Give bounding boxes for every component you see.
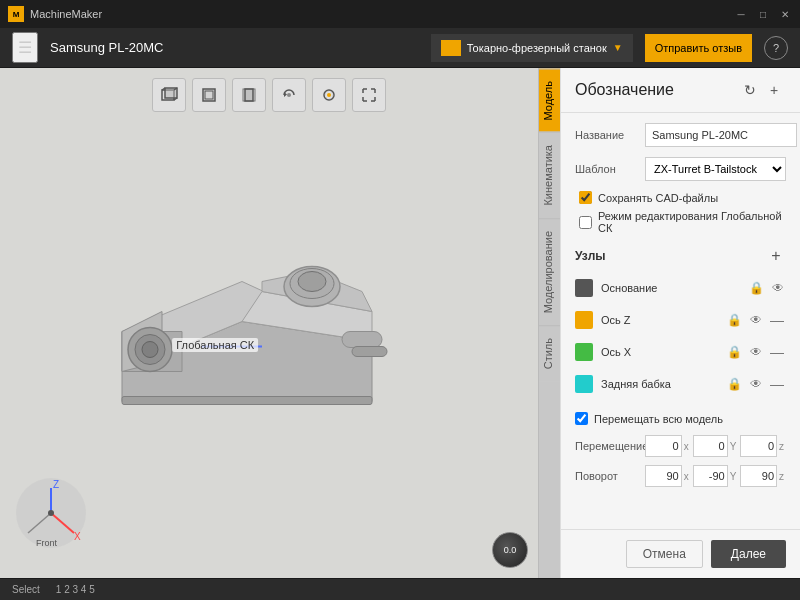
- panel-refresh-button[interactable]: ↻: [738, 78, 762, 102]
- svg-rect-37: [122, 397, 372, 405]
- rotate-x-field: x: [645, 465, 691, 487]
- orientation-value: 0.0: [504, 545, 517, 555]
- panel-body: Название Шаблон ZX-Turret B-Tailstock Со…: [561, 113, 800, 529]
- svg-point-10: [287, 93, 291, 97]
- template-select[interactable]: ZX-Turret B-Tailstock: [645, 157, 786, 181]
- tab-model[interactable]: Модель: [539, 68, 560, 132]
- orientation-sphere[interactable]: 0.0: [492, 532, 528, 568]
- node-lock-osz[interactable]: 🔒: [725, 311, 744, 329]
- rotate-y-input[interactable]: [693, 465, 728, 487]
- perspective-view-button[interactable]: [152, 78, 186, 112]
- panel-add-button[interactable]: +: [762, 78, 786, 102]
- status-coords: 1 2 3 4 5: [56, 584, 95, 595]
- node-color-osnovaniye: [575, 279, 593, 297]
- svg-rect-36: [352, 347, 387, 357]
- tab-modeling[interactable]: Моделирование: [539, 218, 560, 325]
- rotate-y-field: Y: [693, 465, 739, 487]
- name-input[interactable]: [645, 123, 797, 147]
- edit-global-checkbox[interactable]: [579, 216, 592, 229]
- name-field-row: Название: [575, 123, 786, 147]
- node-remove-osx[interactable]: —: [768, 344, 786, 360]
- node-lock-osx[interactable]: 🔒: [725, 343, 744, 361]
- rotate-z-input[interactable]: [740, 465, 777, 487]
- node-row-osz: Ось Z 🔒 👁 —: [575, 306, 786, 334]
- move-x-axis: x: [682, 441, 691, 452]
- move-model-row: Перемещать всю модель: [575, 412, 786, 425]
- tab-style[interactable]: Стиль: [539, 325, 560, 381]
- move-label: Перемещение: [575, 440, 645, 452]
- nodes-add-button[interactable]: +: [766, 246, 786, 266]
- edit-global-label: Режим редактирования Глобальной СК: [598, 210, 786, 234]
- window-controls: ─ □ ✕: [734, 7, 792, 21]
- node-lock-tailstock[interactable]: 🔒: [725, 375, 744, 393]
- main-toolbar: ☰ Samsung PL-20MC Токарно-фрезерный стан…: [0, 28, 800, 68]
- machine-type-label: Токарно-фрезерный станок: [467, 42, 607, 54]
- minimize-button[interactable]: ─: [734, 7, 748, 21]
- close-button[interactable]: ✕: [778, 7, 792, 21]
- cancel-button[interactable]: Отмена: [626, 540, 703, 568]
- save-cad-label: Сохранять CAD-файлы: [598, 192, 718, 204]
- move-model-checkbox[interactable]: [575, 412, 588, 425]
- panel-title: Обозначение: [575, 81, 738, 99]
- machine-model: [82, 192, 402, 455]
- machine-type-dropdown-arrow: ▼: [613, 42, 623, 53]
- move-x-input[interactable]: [645, 435, 682, 457]
- front-view-button[interactable]: [192, 78, 226, 112]
- node-color-osx: [575, 343, 593, 361]
- node-eye-tailstock[interactable]: 👁: [748, 375, 764, 393]
- svg-rect-8: [245, 89, 253, 101]
- move-x-field: x: [645, 435, 691, 457]
- node-eye-osz[interactable]: 👁: [748, 311, 764, 329]
- next-button[interactable]: Далее: [711, 540, 786, 568]
- feedback-button[interactable]: Отправить отзыв: [645, 34, 752, 62]
- node-row-osnovaniye: Основание 🔒 👁: [575, 274, 786, 302]
- expand-view-button[interactable]: [352, 78, 386, 112]
- rotate-label: Поворот: [575, 470, 645, 482]
- svg-text:Z: Z: [53, 479, 59, 490]
- menu-button[interactable]: ☰: [12, 32, 38, 63]
- node-row-osx: Ось X 🔒 👁 —: [575, 338, 786, 366]
- rotate-transform-row: Поворот x Y z: [575, 465, 786, 487]
- dot-view-button[interactable]: [312, 78, 346, 112]
- view-toolbar: [152, 78, 386, 112]
- node-name-osz: Ось Z: [601, 314, 725, 326]
- node-name-tailstock: Задняя бабка: [601, 378, 725, 390]
- rotate-x-input[interactable]: [645, 465, 682, 487]
- titlebar: M MachineMaker ─ □ ✕: [0, 0, 800, 28]
- nodes-title: Узлы: [575, 249, 766, 263]
- svg-point-29: [142, 342, 158, 358]
- node-remove-osz[interactable]: —: [768, 312, 786, 328]
- global-ck-label: Глобальная СК: [172, 338, 258, 352]
- node-color-osz: [575, 311, 593, 329]
- save-cad-checkbox[interactable]: [579, 191, 592, 204]
- move-xyz-inputs: x Y z: [645, 435, 786, 457]
- axis-indicator: Z X Front: [16, 478, 86, 548]
- node-icons-tailstock: 🔒 👁 —: [725, 375, 786, 393]
- rotate-view-button[interactable]: [272, 78, 306, 112]
- move-z-input[interactable]: [740, 435, 777, 457]
- move-z-field: z: [740, 435, 786, 457]
- move-y-axis: Y: [728, 441, 739, 452]
- side-view-button[interactable]: [232, 78, 266, 112]
- edit-global-row: Режим редактирования Глобальной СК: [575, 210, 786, 234]
- node-eye-osnovaniye[interactable]: 👁: [770, 279, 786, 297]
- rotate-x-axis: x: [682, 471, 691, 482]
- maximize-button[interactable]: □: [756, 7, 770, 21]
- node-icons-osx: 🔒 👁 —: [725, 343, 786, 361]
- help-button[interactable]: ?: [764, 36, 788, 60]
- node-eye-osx[interactable]: 👁: [748, 343, 764, 361]
- machine-type-icon: [441, 40, 461, 56]
- svg-point-33: [298, 272, 326, 292]
- panel-footer: Отмена Далее: [561, 529, 800, 578]
- node-remove-tailstock[interactable]: —: [768, 376, 786, 392]
- move-model-label: Перемещать всю модель: [594, 413, 723, 425]
- tab-kinematics[interactable]: Кинематика: [539, 132, 560, 218]
- viewport[interactable]: Глобальная СК Z X Front 0.0: [0, 68, 538, 578]
- node-lock-osnovaniye[interactable]: 🔒: [747, 279, 766, 297]
- content-area: Глобальная СК Z X Front 0.0: [0, 68, 800, 578]
- machine-type-button[interactable]: Токарно-фрезерный станок ▼: [431, 34, 633, 62]
- svg-point-45: [48, 510, 54, 516]
- move-y-input[interactable]: [693, 435, 728, 457]
- svg-text:X: X: [74, 531, 81, 542]
- status-select: Select: [12, 584, 40, 595]
